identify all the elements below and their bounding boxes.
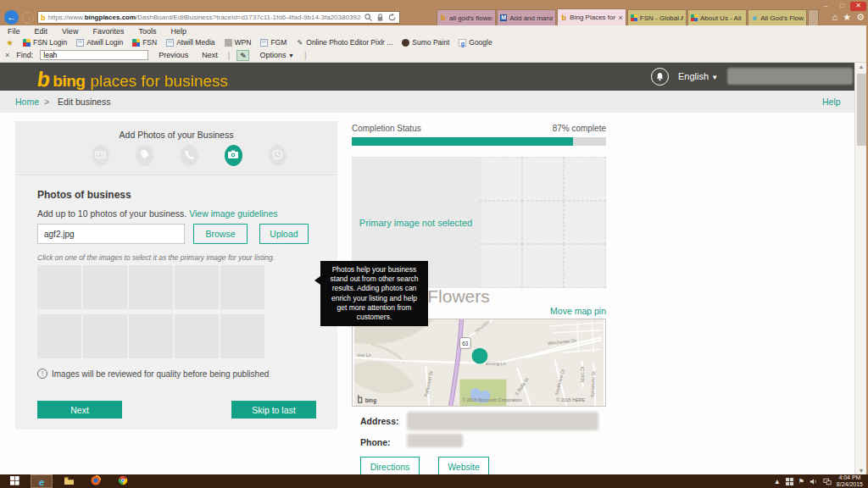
upload-button[interactable]: Upload (259, 224, 309, 244)
photo-slot[interactable] (220, 314, 264, 358)
close-button[interactable]: ✕ (850, 2, 866, 11)
firefox-taskbar-button[interactable] (85, 474, 107, 488)
photo-slot[interactable] (175, 265, 219, 309)
wizard-step-clock[interactable] (269, 145, 287, 166)
pencil-icon: ✎ (296, 39, 303, 47)
favorite-label: FSN Login (33, 38, 67, 47)
tray-expand-icon[interactable]: ▲ (774, 478, 781, 485)
breadcrumb-home-link[interactable]: Home (15, 97, 39, 107)
address-bar[interactable]: b https://www.bingplaces.com/DashBoard/E… (37, 11, 400, 24)
home-icon[interactable]: ⌂ (832, 11, 838, 24)
browser-toolbar-icons: ⌂ ★ ⚙ (832, 11, 865, 24)
photo-slot[interactable] (83, 314, 127, 358)
photo-slot[interactable] (37, 314, 81, 358)
taskbar-clock[interactable]: 4:04 PM8/24/2015 (837, 474, 863, 488)
breadcrumb-current: Edit business (58, 97, 110, 107)
scrollbar-thumb[interactable] (857, 74, 866, 146)
completion-progress-bar (352, 137, 606, 146)
highlight-all-button[interactable]: ✎ (236, 50, 249, 61)
photo-slot[interactable] (220, 265, 264, 309)
menu-item-view[interactable]: View (62, 27, 78, 36)
find-input[interactable] (40, 50, 148, 60)
wizard-step-camera-active[interactable] (225, 145, 242, 166)
chrome-taskbar-button[interactable] (112, 474, 134, 488)
view-image-guidelines-link[interactable]: View image guidelines (189, 208, 277, 219)
tab-inactive[interactable]: About Us - All Gods... (687, 9, 747, 25)
primary-grid-cell (522, 244, 565, 288)
tray-windows-icon[interactable] (786, 478, 793, 485)
file-explorer-taskbar-button[interactable] (58, 474, 80, 488)
find-previous-button[interactable]: Previous (155, 50, 192, 60)
scroll-down-icon[interactable]: ▼ (855, 468, 867, 474)
refresh-icon[interactable] (387, 13, 397, 22)
photo-slot[interactable] (37, 265, 81, 309)
map[interactable]: 63 HoustonWinchester Drove Lnanning LnPa… (352, 319, 606, 407)
firefox-icon (91, 474, 101, 488)
favorite-label: Atwill Media (176, 38, 214, 47)
minimize-button[interactable]: – (818, 2, 834, 11)
progress-fill (352, 137, 573, 146)
language-selector[interactable]: English ▼ (678, 71, 718, 81)
next-button[interactable]: Next (37, 401, 122, 419)
photos-help-tooltip: Photos help your business stand out from… (320, 261, 428, 326)
favorites-bar: ★FSN LoginAtwill LoginFSNAtwill MediaWPN… (0, 36, 868, 48)
tab-title: All God's Flowers - ... (760, 14, 804, 22)
find-close-icon[interactable]: × (5, 51, 9, 59)
maximize-button[interactable]: □ (834, 2, 850, 11)
favorite-item[interactable]: ✎Online Photo Editor Pixlr ... (296, 38, 392, 47)
menu-item-file[interactable]: File (8, 27, 20, 36)
tab-inactive[interactable]: FSN - Global Admin... (627, 9, 687, 25)
browse-button[interactable]: Browse (193, 224, 248, 244)
search-icon[interactable] (364, 13, 373, 22)
favorites-star-icon[interactable]: ★ (843, 11, 851, 24)
tab-title: Add and manage y... (509, 14, 553, 22)
find-next-button[interactable]: Next (198, 50, 221, 60)
internet-explorer-taskbar-button[interactable]: e (31, 474, 53, 488)
photo-slot[interactable] (129, 314, 173, 358)
tab-inactive[interactable]: ball god's flowers roll... (437, 9, 496, 25)
tray-network-icon[interactable] (823, 478, 832, 485)
tray-flag-icon[interactable]: ⚑ (798, 478, 804, 485)
favorite-item[interactable]: WPN (225, 38, 252, 47)
scroll-up-icon[interactable]: ▲ (855, 64, 867, 69)
favorite-item[interactable]: Atwill Login (76, 38, 123, 47)
tab-close-icon[interactable]: × (619, 14, 623, 22)
wizard-step-tag[interactable] (136, 145, 153, 166)
favorite-item[interactable]: Atwill Media (166, 38, 214, 47)
new-tab-button[interactable] (808, 9, 819, 25)
tab-inactive[interactable]: eAll God's Flowers - ... (748, 9, 807, 25)
primary-grid-cell (480, 157, 522, 201)
forward-button[interactable]: → (22, 12, 34, 24)
pinwheel-icon (132, 39, 140, 47)
photo-slot[interactable] (83, 265, 127, 309)
favorite-item[interactable]: FSN Login (23, 38, 67, 47)
favorite-item[interactable]: Sumo Paint (402, 38, 449, 47)
photo-slot[interactable] (129, 265, 173, 309)
tab-active[interactable]: bBing Places for B...× (557, 8, 626, 25)
menu-item-tools[interactable]: Tools (138, 27, 156, 36)
primary-grid-cell (480, 201, 522, 245)
menu-item-help[interactable]: Help (170, 27, 186, 36)
tab-inactive[interactable]: MAdd and manage y... (497, 9, 556, 25)
menu-item-favorites[interactable]: Favorites (92, 27, 124, 36)
help-link[interactable]: Help (822, 97, 841, 107)
notifications-bell-icon[interactable] (651, 68, 669, 86)
back-button[interactable]: ← (4, 10, 19, 25)
favorite-item[interactable]: FSN (132, 38, 157, 47)
tray-volume-icon[interactable] (810, 478, 818, 485)
wizard-step-phone[interactable] (180, 145, 198, 166)
find-options-button[interactable]: Options ▼ (256, 50, 297, 60)
favorite-item[interactable]: FGM (260, 38, 287, 47)
filename-input[interactable] (37, 224, 185, 244)
settings-gear-icon[interactable]: ⚙ (856, 11, 865, 24)
skip-to-last-button[interactable]: Skip to last (231, 401, 316, 419)
bing-places-logo[interactable]: b bing places for business (37, 67, 228, 92)
wizard-step-id-card[interactable] (92, 145, 109, 166)
favorite-item[interactable]: gGoogle (459, 38, 492, 47)
favorite-item[interactable]: ★ (6, 39, 14, 47)
photo-slot[interactable] (175, 314, 219, 358)
scrollbar[interactable]: ▲ ▼ (854, 63, 866, 474)
windows-start-taskbar-button[interactable] (3, 474, 25, 488)
primary-image-hint: Click on one of the images to select it … (37, 253, 275, 262)
menu-item-edit[interactable]: Edit (35, 27, 48, 36)
